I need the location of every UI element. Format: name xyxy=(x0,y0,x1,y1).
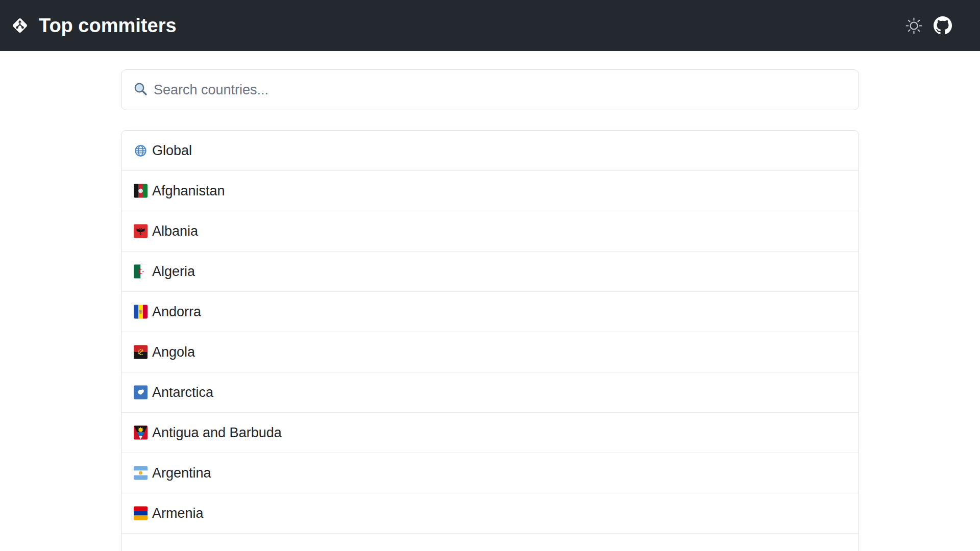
country-label: Afghanistan xyxy=(152,183,225,199)
search-box xyxy=(121,69,859,110)
list-item[interactable]: Andorra xyxy=(121,292,859,332)
list-item[interactable]: Afghanistan xyxy=(121,171,859,211)
flag-armenia xyxy=(134,506,148,520)
list-item[interactable]: Antigua and Barbuda xyxy=(121,413,859,453)
main-content: Global Afghanistan Albania Algeria Andor… xyxy=(121,69,859,551)
magnifier-icon xyxy=(133,81,148,98)
list-item[interactable]: Algeria xyxy=(121,252,859,292)
flag-antarctica xyxy=(134,385,148,399)
list-item[interactable]: Argentina xyxy=(121,453,859,493)
country-label: Albania xyxy=(152,223,198,239)
country-label: Global xyxy=(152,143,192,159)
page-title: Top commiters xyxy=(39,15,177,37)
flag-angola xyxy=(134,345,148,359)
app-header: Top commiters xyxy=(0,0,980,51)
country-label: Angola xyxy=(152,344,195,360)
country-label: Armenia xyxy=(152,506,204,521)
list-item[interactable]: Antarctica xyxy=(121,372,859,413)
country-label: Argentina xyxy=(152,465,211,481)
list-item[interactable]: Armenia xyxy=(121,493,859,534)
theme-toggle-button[interactable] xyxy=(905,17,923,35)
list-item[interactable]: Global xyxy=(121,131,859,171)
flag-andorra xyxy=(134,305,148,319)
list-item[interactable]: Albania xyxy=(121,211,859,252)
flag-algeria xyxy=(134,264,148,279)
country-label: Antigua and Barbuda xyxy=(152,425,282,441)
flag-afghanistan xyxy=(134,184,148,198)
flag-antigua-and-barbuda xyxy=(134,425,148,440)
search-input[interactable] xyxy=(154,70,846,110)
sun-icon xyxy=(905,17,923,35)
country-label: Andorra xyxy=(152,304,201,320)
country-list: Global Afghanistan Albania Algeria Andor… xyxy=(121,130,859,551)
flag-albania xyxy=(134,224,148,238)
flag-argentina xyxy=(134,466,148,480)
country-label: Algeria xyxy=(152,264,195,280)
git-merge-icon xyxy=(11,17,29,34)
globe-icon xyxy=(134,144,148,158)
github-link[interactable] xyxy=(934,16,952,35)
github-icon xyxy=(934,16,952,35)
list-item[interactable]: Angola xyxy=(121,332,859,372)
country-label: Antarctica xyxy=(152,385,213,400)
